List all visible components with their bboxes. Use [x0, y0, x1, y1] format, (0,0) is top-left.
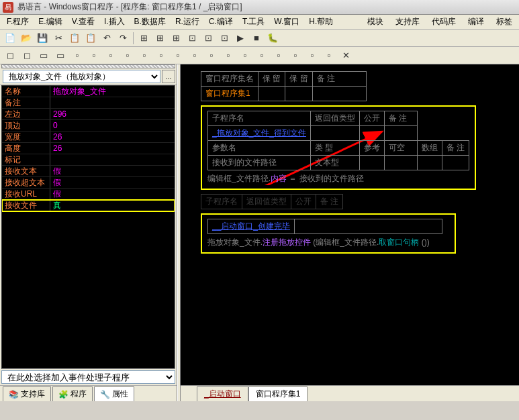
prop-row-接收文件[interactable]: 接收文件真 — [2, 200, 175, 211]
layout-btn-0[interactable]: ◻ — [3, 48, 17, 63]
layout-btn-12[interactable]: ▫ — [204, 48, 219, 63]
layout-btn-6[interactable]: ▫ — [103, 48, 118, 63]
prop-value[interactable]: 假 — [50, 189, 175, 199]
menu-compile[interactable]: C.编译 — [205, 15, 237, 29]
menu-view[interactable]: V.查看 — [68, 15, 99, 29]
assembly-name: 窗口程序集1 — [201, 87, 258, 101]
layout-btn-20[interactable]: ✕ — [338, 48, 353, 63]
sub2-name[interactable]: __启动窗口_创建完毕 — [212, 221, 290, 231]
toolbar-btn-14[interactable]: ⊡ — [217, 31, 232, 46]
menu-edit[interactable]: E.编辑 — [34, 15, 66, 29]
layout-btn-11[interactable]: ▫ — [187, 48, 202, 63]
layout-btn-3[interactable]: ▭ — [53, 48, 68, 63]
menu-insert[interactable]: I.插入 — [100, 15, 129, 29]
highlight-box-1: 子程序名返回值类型公开备 注 _拖放对象_文件_得到文件 参数名类 型参考可空数… — [201, 105, 476, 190]
main-area: 拖放对象_文件（拖放对象） ... 名称拖放对象_文件备注左边296顶边0宽度2… — [0, 64, 519, 401]
menu-help[interactable]: H.帮助 — [305, 15, 337, 29]
layout-btn-14[interactable]: ▫ — [238, 48, 252, 63]
object-browse-button[interactable]: ... — [162, 70, 175, 83]
toolbar-btn-3[interactable]: ✂ — [51, 31, 66, 46]
toolbar-btn-12[interactable]: ⊡ — [185, 31, 199, 46]
prop-value[interactable]: 假 — [50, 177, 175, 188]
editor-tab-startup[interactable]: _启动窗口 — [197, 386, 248, 401]
layout-btn-2[interactable]: ▭ — [36, 48, 51, 63]
layout-btn-10[interactable]: ▫ — [171, 48, 185, 63]
prop-row-接收URL[interactable]: 接收URL假 — [2, 189, 175, 200]
menu-tools[interactable]: T.工具 — [238, 15, 269, 29]
toolbar-btn-7[interactable]: ↷ — [115, 31, 130, 46]
toolbar-btn-16[interactable]: ■ — [249, 31, 264, 46]
layout-btn-19[interactable]: ▫ — [322, 48, 336, 63]
layout-btn-1[interactable]: ◻ — [19, 48, 34, 63]
prop-row-标记[interactable]: 标记 — [2, 154, 175, 166]
menu-label[interactable]: 标签 — [492, 15, 516, 29]
toolbar-btn-0[interactable]: 📄 — [3, 31, 17, 46]
menu-file[interactable]: F.程序 — [3, 15, 33, 29]
prop-row-宽度[interactable]: 宽度26 — [2, 132, 175, 143]
highlight-box-2: __启动窗口_创建完毕 拖放对象_文件.注册拖放控件 (编辑框_文件路径.取窗口… — [201, 213, 456, 254]
layout-btn-13[interactable]: ▫ — [221, 48, 236, 63]
prop-key: 名称 — [2, 86, 50, 97]
layout-btn-7[interactable]: ▫ — [120, 48, 135, 63]
editor-tab-assembly[interactable]: 窗口程序集1 — [248, 386, 308, 401]
tab-properties[interactable]: 🔧属性 — [94, 386, 134, 401]
object-selector[interactable]: 拖放对象_文件（拖放对象） — [3, 70, 160, 83]
event-selector[interactable]: 在此处选择加入事件处理子程序 — [1, 370, 175, 384]
sub2-header-dim: 子程序名返回值类型公开备 注 — [201, 194, 343, 209]
prop-row-左边[interactable]: 左边296 — [2, 109, 175, 120]
code-editor[interactable]: 窗口程序集名保 留保 留备 注 窗口程序集1 子程序名返回值类型公开备 注 _拖… — [181, 64, 519, 401]
tab-program[interactable]: 🧩程序 — [52, 386, 93, 401]
prop-key: 左边 — [2, 109, 50, 119]
layout-btn-16[interactable]: ▫ — [271, 48, 286, 63]
layout-btn-18[interactable]: ▫ — [305, 48, 320, 63]
layout-btn-17[interactable]: ▫ — [288, 48, 303, 63]
prop-value[interactable]: 26 — [50, 143, 175, 154]
toolbar-btn-11[interactable]: ⊞ — [169, 31, 183, 46]
prop-value[interactable]: 296 — [50, 109, 175, 119]
prop-row-顶边[interactable]: 顶边0 — [2, 120, 175, 132]
prop-row-接收文本[interactable]: 接收文本假 — [2, 166, 175, 177]
layout-btn-9[interactable]: ▫ — [154, 48, 169, 63]
toolbar-btn-9[interactable]: ⊞ — [136, 31, 151, 46]
toolbar-btn-17[interactable]: 🐛 — [265, 31, 280, 46]
menu-run[interactable]: R.运行 — [171, 15, 203, 29]
toolbar-btn-15[interactable]: ▶ — [233, 31, 248, 46]
prop-value[interactable]: 真 — [50, 200, 175, 211]
layout-btn-5[interactable]: ▫ — [87, 48, 101, 63]
toolbar-btn-5[interactable]: 📋 — [83, 31, 98, 46]
main-toolbar: 📄📂💾✂📋📋↶↷⊞⊞⊞⊡⊡⊡▶■🐛 — [0, 30, 519, 47]
prop-key: 接收文本 — [2, 166, 50, 176]
menu-window[interactable]: W.窗口 — [270, 15, 303, 29]
toolbar-btn-2[interactable]: 💾 — [35, 31, 50, 46]
prop-row-高度[interactable]: 高度26 — [2, 143, 175, 154]
menu-support-lib[interactable]: 支持库 — [391, 15, 424, 29]
param-type: 文本型 — [311, 156, 360, 170]
prop-row-备注[interactable]: 备注 — [2, 97, 175, 109]
assembly-header-table: 窗口程序集名保 留保 留备 注 窗口程序集1 — [201, 71, 367, 101]
prop-value[interactable]: 0 — [50, 120, 175, 131]
toolbar-btn-1[interactable]: 📂 — [19, 31, 34, 46]
menu-module[interactable]: 模块 — [363, 15, 387, 29]
toolbar-btn-10[interactable]: ⊞ — [152, 31, 167, 46]
prop-value[interactable] — [50, 154, 175, 165]
menu-database[interactable]: B.数据库 — [130, 15, 170, 29]
tab-support-lib[interactable]: 📚支持库 — [3, 386, 51, 401]
toolbar-btn-13[interactable]: ⊡ — [201, 31, 216, 46]
prop-key: 宽度 — [2, 132, 50, 142]
prop-row-接收超文本[interactable]: 接收超文本假 — [2, 177, 175, 189]
prop-row-名称[interactable]: 名称拖放对象_文件 — [2, 86, 175, 97]
toolbar-btn-6[interactable]: ↶ — [99, 31, 114, 46]
property-grid[interactable]: 名称拖放对象_文件备注左边296顶边0宽度26高度26标记接收文本假接收超文本假… — [1, 85, 175, 369]
layout-btn-8[interactable]: ▫ — [137, 48, 152, 63]
prop-value[interactable] — [50, 97, 175, 108]
prop-value[interactable]: 拖放对象_文件 — [50, 86, 175, 97]
layout-btn-4[interactable]: ▫ — [70, 48, 85, 63]
toolbar-btn-4[interactable]: 📋 — [67, 31, 82, 46]
prop-value[interactable]: 26 — [50, 132, 175, 142]
prop-value[interactable]: 假 — [50, 166, 175, 176]
menu-compile-r[interactable]: 编译 — [464, 15, 488, 29]
layout-btn-15[interactable]: ▫ — [254, 48, 269, 63]
sub2-table: __启动窗口_创建完毕 — [207, 219, 442, 234]
menu-code-lib[interactable]: 代码库 — [428, 15, 460, 29]
sub1-name[interactable]: _拖放对象_文件_得到文件 — [212, 128, 306, 138]
